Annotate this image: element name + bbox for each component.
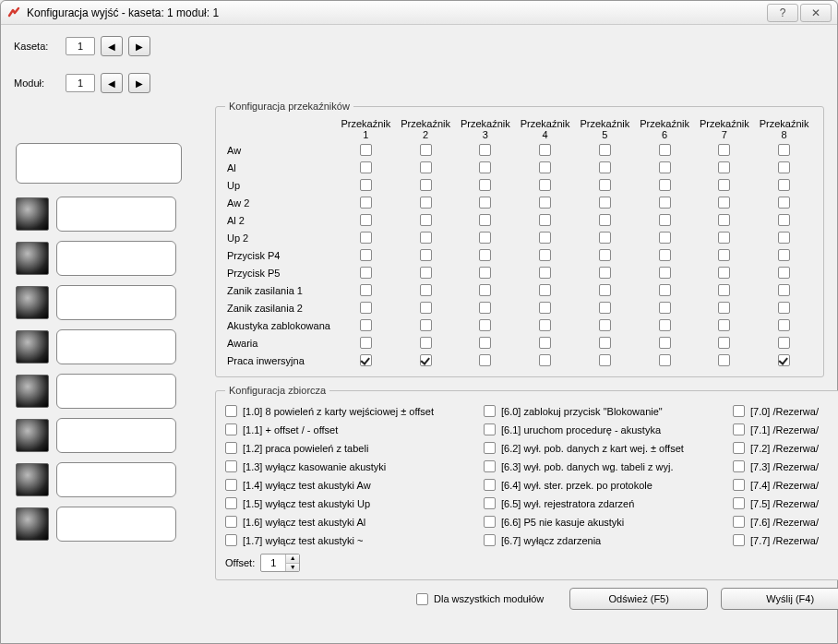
relay-checkbox[interactable] [420, 179, 432, 191]
relay-checkbox[interactable] [778, 232, 790, 244]
bulk-option[interactable]: [7.1] /Rezerwa/ [733, 423, 838, 435]
relay-checkbox[interactable] [420, 144, 432, 156]
relay-checkbox[interactable] [659, 267, 671, 279]
relay-checkbox[interactable] [420, 249, 432, 261]
relay-checkbox[interactable] [718, 267, 730, 279]
relay-checkbox[interactable] [599, 302, 611, 314]
bulk-option[interactable]: [7.4] /Rezerwa/ [733, 479, 838, 491]
relay-checkbox[interactable] [778, 354, 790, 366]
relay-checkbox[interactable] [360, 179, 372, 191]
offset-down-button[interactable]: ▼ [286, 563, 299, 571]
relay-checkbox[interactable] [479, 144, 491, 156]
relay-checkbox[interactable] [360, 214, 372, 226]
bulk-option[interactable]: [6.1] uruchom procedurę - akustyka [484, 423, 724, 435]
bulk-option[interactable]: [6.6] P5 nie kasuje akustyki [484, 516, 724, 528]
bulk-checkbox[interactable] [484, 497, 496, 509]
relay-checkbox[interactable] [360, 354, 372, 366]
relay-checkbox[interactable] [539, 179, 551, 191]
relay-checkbox[interactable] [599, 144, 611, 156]
bulk-option[interactable]: [6.5] wył. rejestratora zdarzeń [484, 497, 724, 509]
relay-checkbox[interactable] [539, 284, 551, 296]
bulk-option[interactable]: [7.3] /Rezerwa/ [733, 460, 838, 472]
bulk-checkbox[interactable] [484, 423, 496, 435]
send-button[interactable]: Wyślij (F4) [721, 588, 838, 610]
bulk-option[interactable]: [7.0] /Rezerwa/ [733, 405, 838, 417]
bulk-option[interactable]: [6.7] wyłącz zdarzenia [484, 534, 724, 546]
relay-checkbox[interactable] [479, 179, 491, 191]
relay-checkbox[interactable] [778, 267, 790, 279]
relay-checkbox[interactable] [479, 267, 491, 279]
relay-checkbox[interactable] [659, 179, 671, 191]
module-swatch[interactable] [16, 286, 49, 319]
relay-checkbox[interactable] [778, 144, 790, 156]
bulk-checkbox[interactable] [733, 497, 745, 509]
relay-checkbox[interactable] [479, 232, 491, 244]
bulk-checkbox[interactable] [733, 405, 745, 417]
kaseta-next-button[interactable]: ▶ [128, 36, 150, 56]
relay-checkbox[interactable] [420, 197, 432, 209]
bulk-option[interactable]: [6.0] zablokuj przycisk "Blokowanie" [484, 405, 724, 417]
relay-checkbox[interactable] [360, 302, 372, 314]
relay-checkbox[interactable] [420, 284, 432, 296]
relay-checkbox[interactable] [599, 197, 611, 209]
relay-checkbox[interactable] [539, 354, 551, 366]
relay-checkbox[interactable] [539, 214, 551, 226]
relay-checkbox[interactable] [420, 354, 432, 366]
relay-checkbox[interactable] [718, 337, 730, 349]
relay-checkbox[interactable] [599, 214, 611, 226]
relay-checkbox[interactable] [360, 144, 372, 156]
relay-checkbox[interactable] [479, 319, 491, 331]
module-field[interactable] [56, 285, 176, 320]
bulk-checkbox[interactable] [225, 442, 237, 454]
relay-checkbox[interactable] [420, 232, 432, 244]
bulk-option[interactable]: [7.2] /Rezerwa/ [733, 442, 838, 454]
bulk-option[interactable]: [6.2] wył. pob. danych z kart wej. ± off… [484, 442, 724, 454]
module-swatch[interactable] [16, 197, 49, 231]
bulk-option[interactable]: [1.5] wyłącz test akustyki Up [225, 497, 474, 509]
relay-checkbox[interactable] [599, 179, 611, 191]
module-field[interactable] [56, 462, 176, 497]
relay-checkbox[interactable] [479, 337, 491, 349]
relay-checkbox[interactable] [718, 214, 730, 226]
relay-checkbox[interactable] [420, 319, 432, 331]
module-swatch[interactable] [16, 463, 49, 496]
bulk-checkbox[interactable] [225, 479, 237, 491]
module-field[interactable] [56, 197, 176, 232]
bulk-option[interactable]: [6.3] wył. pob. danych wg. tabeli z wyj. [484, 460, 724, 472]
refresh-button[interactable]: Odśwież (F5) [569, 588, 708, 610]
relay-checkbox[interactable] [539, 302, 551, 314]
relay-checkbox[interactable] [659, 214, 671, 226]
relay-checkbox[interactable] [360, 267, 372, 279]
relay-checkbox[interactable] [539, 267, 551, 279]
relay-checkbox[interactable] [420, 267, 432, 279]
relay-checkbox[interactable] [479, 249, 491, 261]
relay-checkbox[interactable] [599, 267, 611, 279]
relay-checkbox[interactable] [778, 319, 790, 331]
module-field[interactable] [56, 418, 176, 453]
kaseta-value[interactable]: 1 [66, 37, 95, 55]
relay-checkbox[interactable] [539, 319, 551, 331]
relay-checkbox[interactable] [479, 197, 491, 209]
relay-checkbox[interactable] [659, 284, 671, 296]
relay-checkbox[interactable] [659, 232, 671, 244]
relay-checkbox[interactable] [659, 354, 671, 366]
relay-checkbox[interactable] [718, 144, 730, 156]
relay-checkbox[interactable] [539, 232, 551, 244]
relay-checkbox[interactable] [778, 197, 790, 209]
all-modules-option[interactable]: Dla wszystkich modułów [416, 593, 544, 605]
bulk-option[interactable]: [7.6] /Rezerwa/ [733, 516, 838, 528]
relay-checkbox[interactable] [360, 161, 372, 173]
relay-checkbox[interactable] [778, 214, 790, 226]
bulk-checkbox[interactable] [225, 423, 237, 435]
bulk-option[interactable]: [1.0] 8 powieleń z karty wejściowej ± of… [225, 405, 474, 417]
relay-checkbox[interactable] [718, 161, 730, 173]
module-swatch[interactable] [16, 242, 49, 275]
relay-checkbox[interactable] [479, 354, 491, 366]
relay-checkbox[interactable] [539, 161, 551, 173]
bulk-option[interactable]: [1.2] praca powieleń z tabeli [225, 442, 474, 454]
bulk-checkbox[interactable] [733, 423, 745, 435]
modul-value[interactable]: 1 [66, 74, 95, 92]
offset-up-button[interactable]: ▲ [286, 555, 299, 563]
bulk-option[interactable]: [1.7] wyłącz test akustyki ~ [225, 534, 474, 546]
relay-checkbox[interactable] [539, 144, 551, 156]
